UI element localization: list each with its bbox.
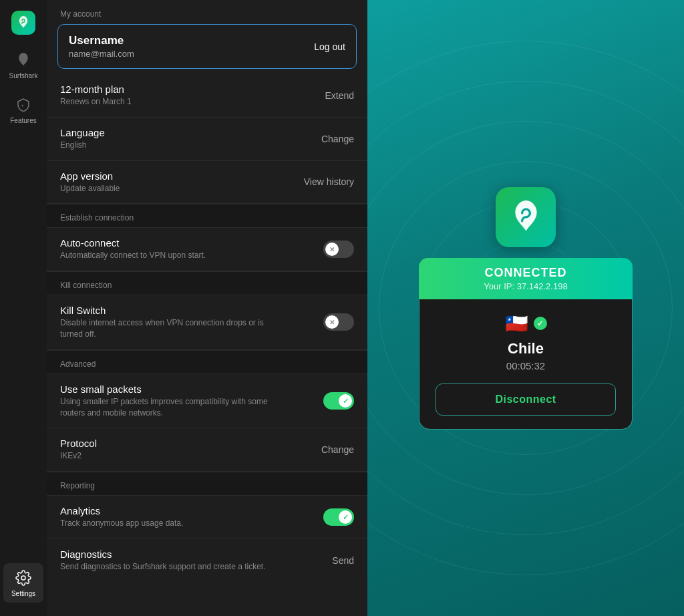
language-subtitle: English bbox=[60, 140, 105, 151]
analytics-info: Analytics Track anonymous app usage data… bbox=[60, 505, 183, 529]
sidebar-item-label-settings: Settings bbox=[11, 590, 35, 597]
kill-connection-section: Kill connection bbox=[47, 271, 367, 295]
kill-switch-row[interactable]: Kill Switch Disable internet access when… bbox=[47, 295, 367, 350]
country-flag: 🇨🇱 bbox=[505, 313, 528, 335]
small-packets-row[interactable]: Use small packets Using smaller IP packe… bbox=[47, 374, 367, 429]
analytics-subtitle: Track anonymous app usage data. bbox=[60, 518, 183, 529]
account-card[interactable]: Username name@mail.com Log out bbox=[57, 24, 357, 69]
surfshark-logo[interactable] bbox=[11, 11, 35, 35]
account-info: Username name@mail.com bbox=[69, 34, 134, 59]
advanced-label: Advanced bbox=[60, 359, 96, 369]
small-packets-info: Use small packets Using smaller IP packe… bbox=[60, 383, 287, 419]
sidebar-item-label-features: Features bbox=[10, 117, 36, 124]
account-section-label: My account bbox=[47, 0, 367, 24]
sidebar: Surfshark + Features Settings bbox=[0, 0, 47, 616]
language-info: Language English bbox=[60, 127, 105, 151]
svg-point-1 bbox=[21, 576, 25, 580]
language-title: Language bbox=[60, 127, 105, 138]
reporting-label: Reporting bbox=[60, 481, 95, 490]
small-packets-title: Use small packets bbox=[60, 383, 287, 395]
protocol-action[interactable]: Change bbox=[321, 444, 354, 455]
diagnostics-title: Diagnostics bbox=[60, 549, 266, 560]
logout-button[interactable]: Log out bbox=[314, 41, 345, 52]
analytics-toggle[interactable]: ✓ bbox=[323, 508, 354, 526]
connected-status: CONNECTED bbox=[439, 266, 613, 280]
shield-icon: + bbox=[14, 96, 33, 114]
auto-connect-toggle[interactable]: ✕ bbox=[323, 241, 354, 258]
advanced-section: Advanced bbox=[47, 350, 367, 374]
app-version-row[interactable]: App version Update available View histor… bbox=[47, 161, 367, 204]
settings-panel: My account Username name@mail.com Log ou… bbox=[47, 0, 367, 616]
verified-badge: ✓ bbox=[534, 317, 547, 330]
account-username: Username bbox=[69, 34, 134, 47]
sidebar-item-surfshark[interactable]: Surfshark bbox=[3, 45, 43, 85]
diagnostics-info: Diagnostics Send diagnostics to Surfshar… bbox=[60, 549, 266, 573]
connection-card: 🇨🇱 ✓ Chile 00:05:32 Disconnect bbox=[419, 299, 633, 430]
protocol-info: Protocol IKEv2 bbox=[60, 438, 97, 462]
app-version-action[interactable]: View history bbox=[304, 176, 354, 187]
app-version-info: App version Update available bbox=[60, 170, 120, 194]
account-email: name@mail.com bbox=[69, 49, 134, 59]
kill-switch-title: Kill Switch bbox=[60, 305, 287, 316]
analytics-row[interactable]: Analytics Track anonymous app usage data… bbox=[47, 496, 367, 539]
plan-subtitle: Renews on March 1 bbox=[60, 96, 132, 108]
surfshark-icon bbox=[14, 51, 33, 69]
kill-switch-subtitle: Disable internet access when VPN connect… bbox=[60, 317, 287, 340]
kill-switch-info: Kill Switch Disable internet access when… bbox=[60, 305, 287, 340]
connection-timer: 00:05:32 bbox=[506, 360, 545, 371]
flag-row: 🇨🇱 ✓ bbox=[505, 313, 547, 335]
country-name: Chile bbox=[508, 340, 544, 357]
diagnostics-action[interactable]: Send bbox=[332, 555, 354, 566]
reporting-section: Reporting bbox=[47, 472, 367, 496]
protocol-title: Protocol bbox=[60, 438, 97, 449]
plan-row[interactable]: 12-month plan Renews on March 1 Extend bbox=[47, 74, 367, 118]
protocol-subtitle: IKEv2 bbox=[60, 450, 97, 462]
gear-icon bbox=[14, 569, 33, 587]
analytics-knob: ✓ bbox=[339, 510, 352, 524]
auto-connect-info: Auto-connect Automatically connect to VP… bbox=[60, 237, 206, 261]
plan-title: 12-month plan bbox=[60, 84, 132, 95]
small-packets-toggle[interactable]: ✓ bbox=[323, 392, 354, 410]
vpn-panel: CONNECTED Your IP: 37.142.2.198 🇨🇱 ✓ Chi… bbox=[367, 0, 684, 616]
establish-connection-label: Establish connection bbox=[60, 213, 134, 222]
vpn-card: CONNECTED Your IP: 37.142.2.198 🇨🇱 ✓ Chi… bbox=[419, 187, 633, 430]
vpn-logo bbox=[496, 187, 556, 247]
auto-connect-row[interactable]: Auto-connect Automatically connect to VP… bbox=[47, 228, 367, 271]
auto-connect-knob: ✕ bbox=[325, 243, 339, 256]
app-version-title: App version bbox=[60, 170, 120, 182]
vpn-ip: Your IP: 37.142.2.198 bbox=[439, 281, 613, 291]
small-packets-knob: ✓ bbox=[339, 394, 352, 408]
protocol-row[interactable]: Protocol IKEv2 Change bbox=[47, 428, 367, 472]
disconnect-button[interactable]: Disconnect bbox=[436, 383, 616, 416]
kill-connection-label: Kill connection bbox=[60, 281, 112, 290]
diagnostics-row[interactable]: Diagnostics Send diagnostics to Surfshar… bbox=[47, 539, 367, 582]
small-packets-subtitle: Using smaller IP packets improves compat… bbox=[60, 396, 287, 419]
plan-info: 12-month plan Renews on March 1 bbox=[60, 84, 132, 108]
connected-banner: CONNECTED Your IP: 37.142.2.198 bbox=[419, 258, 633, 299]
analytics-title: Analytics bbox=[60, 505, 183, 516]
sidebar-item-settings[interactable]: Settings bbox=[3, 563, 43, 603]
diagnostics-subtitle: Send diagnostics to Surfshark support an… bbox=[60, 561, 266, 573]
plan-action[interactable]: Extend bbox=[325, 90, 354, 101]
sidebar-item-features[interactable]: + Features bbox=[3, 90, 43, 130]
auto-connect-title: Auto-connect bbox=[60, 237, 206, 249]
language-action[interactable]: Change bbox=[321, 134, 354, 144]
kill-switch-knob: ✕ bbox=[325, 315, 339, 329]
auto-connect-subtitle: Automatically connect to VPN upon start. bbox=[60, 250, 206, 261]
app-version-subtitle: Update available bbox=[60, 183, 120, 194]
establish-connection-section: Establish connection bbox=[47, 204, 367, 228]
kill-switch-toggle[interactable]: ✕ bbox=[323, 313, 354, 331]
svg-text:+: + bbox=[21, 103, 24, 109]
language-row[interactable]: Language English Change bbox=[47, 118, 367, 161]
sidebar-item-label-surfshark: Surfshark bbox=[9, 72, 38, 80]
